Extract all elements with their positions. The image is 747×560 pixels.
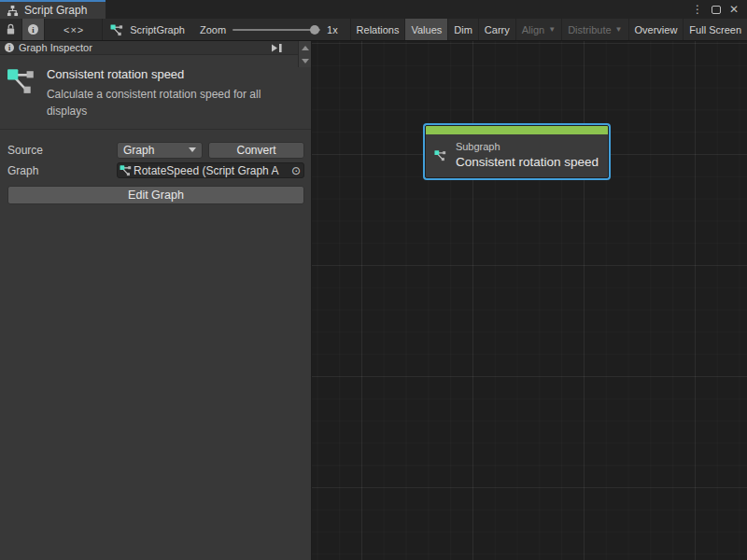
zoom-slider-track[interactable] bbox=[233, 29, 320, 31]
lock-button[interactable] bbox=[0, 19, 22, 40]
info-icon: i bbox=[5, 43, 14, 52]
source-dropdown[interactable]: Graph bbox=[117, 142, 203, 159]
maximize-icon[interactable] bbox=[712, 6, 721, 14]
close-icon[interactable]: ✕ bbox=[729, 4, 739, 15]
edit-graph-button[interactable]: Edit Graph bbox=[7, 186, 304, 204]
panel-title: Graph Inspector bbox=[19, 42, 92, 53]
graph-description: Calculate a consistent rotation speed fo… bbox=[47, 86, 303, 119]
convert-button[interactable]: Convert bbox=[208, 142, 304, 159]
graph-object-field[interactable]: RotateSpeed (Script Graph A ⊙ bbox=[117, 162, 304, 178]
object-picker-icon[interactable]: ⊙ bbox=[290, 164, 302, 177]
distribute-button[interactable]: Distribute ▼ bbox=[561, 19, 627, 40]
lock-icon bbox=[6, 23, 16, 35]
script-graph-icon bbox=[120, 164, 133, 176]
carry-button[interactable]: Carry bbox=[478, 19, 515, 40]
window-controls: ⋮ ✕ bbox=[692, 0, 747, 19]
dim-button[interactable]: Dim bbox=[447, 19, 478, 40]
full-screen-button[interactable]: Full Screen bbox=[683, 19, 747, 40]
node-title: Consistent rotation speed bbox=[456, 155, 599, 169]
graph-hierarchy-icon bbox=[7, 5, 19, 17]
graph-inspector-panel: i Graph Inspector Consistent ro bbox=[0, 41, 312, 560]
zoom-slider-handle[interactable] bbox=[310, 25, 319, 35]
graph-row: Graph RotateSpeed (Script Graph A ⊙ bbox=[7, 161, 304, 179]
node-type-label: Subgraph bbox=[456, 141, 599, 152]
tab-label: Script Graph bbox=[24, 4, 87, 17]
chevron-down-icon: ▼ bbox=[615, 25, 623, 34]
dock-right-icon bbox=[270, 43, 283, 53]
toolbar-right-group: Relations Values Dim Carry Align ▼ Distr… bbox=[350, 19, 747, 40]
zoom-value: 1x bbox=[327, 24, 338, 35]
zoom-slider[interactable] bbox=[233, 19, 320, 40]
dock-panel-button[interactable] bbox=[270, 43, 283, 53]
info-icon: i bbox=[28, 24, 38, 35]
source-row: Source Graph Convert bbox=[7, 141, 304, 159]
breadcrumb-script-graph[interactable]: ScriptGraph bbox=[103, 19, 192, 40]
spin-up-button[interactable] bbox=[299, 41, 311, 54]
code-view-button[interactable]: <×> bbox=[58, 19, 90, 40]
graph-title: Consistent rotation speed bbox=[47, 67, 303, 81]
chevron-down-icon bbox=[189, 147, 196, 152]
inspector-toggle-button[interactable]: i bbox=[22, 19, 45, 40]
spin-down-button[interactable] bbox=[299, 54, 311, 67]
script-graph-icon bbox=[110, 23, 124, 36]
script-graph-icon bbox=[7, 66, 37, 95]
zoom-control: Zoom 1x bbox=[192, 19, 345, 40]
object-field-value: RotateSpeed (Script Graph A bbox=[134, 164, 290, 177]
triangle-down-icon bbox=[302, 59, 309, 63]
chevron-down-icon: ▼ bbox=[548, 25, 556, 34]
panel-spinner bbox=[298, 41, 311, 67]
main-area: i Graph Inspector Consistent ro bbox=[0, 41, 747, 560]
graph-summary: Consistent rotation speed Calculate a co… bbox=[0, 55, 311, 130]
script-graph-label: ScriptGraph bbox=[130, 24, 185, 35]
align-button[interactable]: Align ▼ bbox=[515, 19, 561, 40]
graph-canvas[interactable]: Subgraph Consistent rotation speed bbox=[312, 41, 747, 560]
triangle-up-icon bbox=[302, 46, 309, 50]
overview-button[interactable]: Overview bbox=[628, 19, 684, 40]
node-header bbox=[426, 126, 608, 134]
window-menu-icon[interactable]: ⋮ bbox=[692, 4, 703, 15]
graph-toolbar: i <×> ScriptGraph Zoom 1x Relations Valu… bbox=[0, 19, 747, 41]
code-icon: <×> bbox=[63, 24, 84, 35]
title-bar: Script Graph ⋮ ✕ bbox=[0, 0, 747, 19]
zoom-label: Zoom bbox=[200, 24, 226, 35]
source-label: Source bbox=[7, 144, 117, 157]
values-button[interactable]: Values bbox=[404, 19, 447, 40]
graph-field-label: Graph bbox=[7, 164, 117, 177]
subgraph-node[interactable]: Subgraph Consistent rotation speed bbox=[425, 125, 609, 178]
tab-script-graph[interactable]: Script Graph bbox=[0, 0, 106, 19]
script-graph-icon bbox=[434, 144, 447, 167]
graph-inspector-header: i Graph Inspector bbox=[0, 41, 311, 55]
relations-button[interactable]: Relations bbox=[350, 19, 405, 40]
